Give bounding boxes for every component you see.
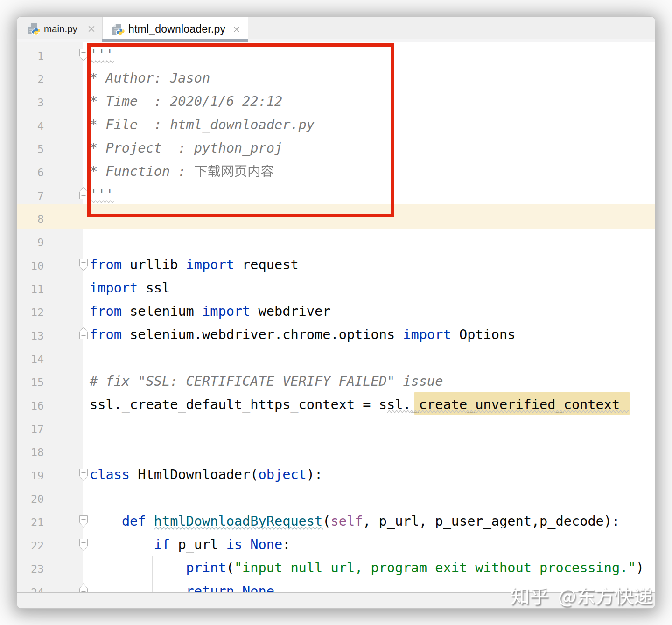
code-text: print("input null url, program exit with…: [83, 556, 655, 579]
line-number: 9: [17, 229, 83, 253]
code-line-10: 10from urllib import request: [17, 253, 655, 276]
code-text: [83, 439, 655, 463]
code-text: from urllib import request: [83, 253, 655, 276]
code-text: [83, 416, 655, 439]
line-number: 24: [17, 579, 83, 592]
code-line-17: 17: [17, 416, 655, 439]
editor-tab-bar: main.py html_downloader.py: [17, 17, 655, 42]
code-line-18: 18: [17, 439, 655, 463]
code-line-11: 11import ssl: [17, 276, 655, 299]
watermark: [511, 585, 653, 607]
code-text: # fix "SSL: CERTIFICATE_VERIFY_FAILED" i…: [83, 369, 655, 393]
code-line-12: 12from selenium import webdriver: [17, 299, 655, 323]
line-number: 20: [17, 486, 83, 509]
code-text: def htmlDownloadByRequest(self, p_url, p…: [83, 509, 655, 533]
line-number: 17: [17, 416, 83, 439]
code-text: from selenium.webdriver.chrome.options i…: [83, 323, 655, 346]
python-file-icon: [112, 23, 125, 36]
line-number: 19: [17, 463, 83, 486]
tab-main.py[interactable]: main.py: [17, 17, 102, 39]
code-line-20: 20: [17, 486, 655, 509]
line-number: 5: [17, 136, 83, 160]
line-number: 6: [17, 160, 83, 183]
code-line-23: 23 print("input null url, program exit w…: [17, 556, 655, 579]
code-text: import ssl: [83, 276, 655, 299]
code-line-14: 14: [17, 346, 655, 369]
line-number: 15: [17, 369, 83, 393]
tab-close-button[interactable]: [87, 24, 96, 34]
close-icon[interactable]: [87, 24, 96, 34]
code-line-13: 13from selenium.webdriver.chrome.options…: [17, 323, 655, 346]
line-number: 14: [17, 346, 83, 369]
watermark-text: [511, 585, 549, 607]
line-number: 12: [17, 299, 83, 323]
line-number: 8: [17, 206, 83, 229]
code-line-21: 21 def htmlDownloadByRequest(self, p_url…: [17, 509, 655, 533]
close-icon[interactable]: [232, 25, 241, 34]
page-background: main.py html_downloader.py 1'''2* Author…: [0, 0, 672, 625]
code-line-16: 16ssl._create_default_https_context = ss…: [17, 393, 655, 416]
line-number: 3: [17, 90, 83, 113]
code-line-15: 15# fix "SSL: CERTIFICATE_VERIFY_FAILED"…: [17, 369, 655, 393]
line-number: 1: [17, 43, 83, 66]
annotation-rectangle: [87, 43, 394, 217]
watermark-text: [558, 585, 653, 607]
line-number: 4: [17, 113, 83, 136]
tab-html_downloader.py[interactable]: html_downloader.py: [102, 17, 248, 39]
tab-label: html_downloader.py: [128, 23, 225, 35]
code-text: from selenium import webdriver: [83, 299, 655, 323]
editor-area[interactable]: 1'''2* Author: Jason3* Time : 2020/1/6 2…: [17, 42, 655, 592]
code-line-19: 19class HtmlDownloader(object):: [17, 463, 655, 486]
code-text: if p_url is None:: [83, 533, 655, 556]
line-number: 2: [17, 66, 83, 90]
tab-close-button[interactable]: [232, 25, 241, 34]
code-text: [83, 346, 655, 369]
code-text: class HtmlDownloader(object):: [83, 463, 655, 486]
code-text: [83, 486, 655, 509]
python-file-icon: [27, 22, 40, 35]
ide-window: main.py html_downloader.py 1'''2* Author…: [17, 16, 655, 609]
line-number: 16: [17, 393, 83, 416]
code-text: ssl._create_default_https_context = ssl.…: [83, 393, 655, 416]
line-number: 22: [17, 533, 83, 556]
code-line-22: 22 if p_url is None:: [17, 533, 655, 556]
line-number: 18: [17, 439, 83, 463]
code-text: [83, 229, 655, 253]
tab-label: main.py: [44, 23, 77, 35]
code-line-9: 9: [17, 229, 655, 253]
line-number: 21: [17, 509, 83, 533]
line-number: 13: [17, 323, 83, 346]
line-number: 7: [17, 183, 83, 206]
line-number: 10: [17, 253, 83, 276]
line-number: 23: [17, 556, 83, 579]
line-number: 11: [17, 276, 83, 299]
